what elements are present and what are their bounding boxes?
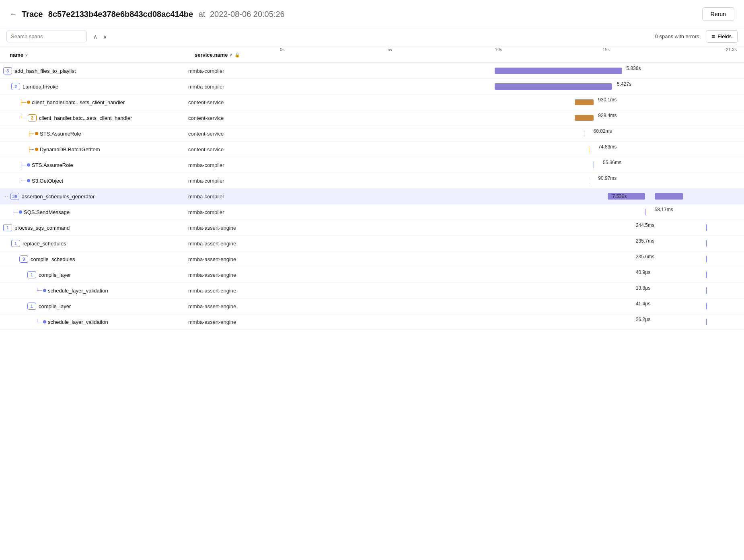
at-label: at [199,10,206,19]
expand-badge[interactable]: 9 [19,255,28,263]
span-timeline-cell: 40.9μs [273,267,744,282]
table-row[interactable]: 2Lambda.Invokemmba-compiler5.427s [0,79,744,95]
duration-bar [495,83,612,90]
duration-bar [495,68,622,74]
span-name-label: client_handler.batc...sets_client_handle… [39,115,132,121]
duration-label: 40.9μs [636,270,650,275]
search-input[interactable] [6,31,87,42]
tree-corner-orange: └─ [19,115,26,121]
table-header: name ∨ service.name ∨ 🔒 0s 5s 10s 15s 21… [0,47,744,63]
tick-line [589,177,589,184]
span-service-cell: mmba-compiler [185,175,273,186]
span-service-cell: content-service [185,97,273,108]
table-row[interactable]: 3add_hash_files_to_playlistmmba-compiler… [0,63,744,79]
nav-down-button[interactable]: ∨ [101,33,109,41]
span-timeline-cell: 90.97ms [273,173,744,188]
table-row[interactable]: 1process_sqs_commandmmba-assert-engine24… [0,220,744,236]
dots-menu[interactable]: ··· [3,193,8,200]
span-name-label: compile_layer [39,272,71,278]
table-row[interactable]: ├─client_handler.batc...sets_client_hand… [0,95,744,110]
table-row[interactable]: └─schedule_layer_validationmmba-assert-e… [0,283,744,299]
tree-line-blue: ├─ [19,162,30,168]
expand-badge[interactable]: 1 [27,303,36,310]
timeline-inner: 235.7ms [273,238,744,249]
span-name-cell: 1compile_layer [0,269,185,281]
table-row[interactable]: 1compile_layermmba-assert-engine41.4μs [0,299,744,314]
tick-line [706,272,707,278]
span-name-cell: ├─client_handler.batc...sets_client_hand… [0,97,185,108]
table-row[interactable]: 9compile_schedulesmmba-assert-engine235.… [0,251,744,267]
span-name-label: Lambda.Invoke [23,84,58,90]
table-row[interactable]: ├─SQS.SendMessagemmba-compiler58.17ms [0,204,744,220]
span-timeline-cell: 60.02ms [273,126,744,141]
expand-badge[interactable]: 1 [11,240,20,247]
tick-21s: 21.3s [726,47,737,52]
span-service-cell: mmba-assert-engine [185,270,273,280]
tree-corner-blue: └─ [35,288,46,293]
span-name-cell: └─S3.GetObject [0,175,185,186]
span-timeline-cell: 74.83ms [273,142,744,157]
expand-badge[interactable]: 2 [28,114,37,121]
rerun-button[interactable]: Rerun [702,7,734,21]
span-service-cell: mmba-assert-engine [185,317,273,327]
span-name-label: compile_schedules [31,256,75,262]
service-sort-icon: ∨ [229,53,232,57]
nav-up-button[interactable]: ∧ [92,33,99,41]
span-timeline-cell: 26.2μs [273,314,744,329]
tick-line [706,303,707,309]
table-row[interactable]: └─schedule_layer_validationmmba-assert-e… [0,314,744,330]
nav-arrows: ∧ ∨ [92,33,109,41]
span-service-cell: mmba-assert-engine [185,301,273,312]
expand-badge[interactable]: 2 [11,83,20,90]
tick-line [706,240,707,247]
span-service-cell: mmba-compiler [185,191,273,202]
fields-button[interactable]: ≡ Fields [706,30,738,43]
timeline-inner: 5.836s [273,66,744,76]
table-row[interactable]: 1compile_layermmba-assert-engine40.9μs [0,267,744,283]
trace-timestamp: 2022-08-06 20:05:26 [210,10,285,19]
span-name-cell: ···39assertion_schedules_generator [0,190,185,202]
timeline-inner: 929.4ms [273,113,744,123]
duration-label: 235.6ms [636,254,654,259]
tree-line-orange: ├─ [27,131,38,136]
col-header-service[interactable]: service.name ∨ 🔒 [191,47,280,62]
trace-id: 8c57e2133b4e378e6b843cd08ac414be [48,10,193,19]
span-name-label: schedule_layer_validation [48,319,108,325]
tick-10s: 10s [495,47,502,52]
expand-badge[interactable]: 1 [27,271,36,278]
timeline-inner: 13.8μs [273,285,744,296]
span-name-label: process_sqs_command [14,225,70,231]
tick-line [594,162,594,168]
col-header-name[interactable]: name ∨ [6,47,191,62]
duration-label: 7.530s [612,194,627,199]
duration-bar [575,115,594,121]
tick-line [706,319,707,325]
span-name-label: add_hash_files_to_playlist [14,68,76,74]
span-name-cell: ├─DynamoDB.BatchGetItem [0,144,185,155]
table-row[interactable]: ├─DynamoDB.BatchGetItemcontent-service74… [0,142,744,157]
span-name-cell: 3add_hash_files_to_playlist [0,65,185,77]
table-row[interactable]: └─S3.GetObjectmmba-compiler90.97ms [0,173,744,189]
expand-badge[interactable]: 3 [3,67,12,74]
span-name-label: STS.AssumeRole [32,162,73,168]
timeline-inner: 244.5ms [273,222,744,233]
span-name-label: STS.AssumeRole [40,131,81,137]
expand-badge[interactable]: 1 [3,224,12,231]
table-row[interactable]: ├─STS.AssumeRolemmba-compiler55.36ms [0,157,744,173]
span-name-cell: └─schedule_layer_validation [0,285,185,296]
table-row[interactable]: └─2client_handler.batc...sets_client_han… [0,110,744,126]
table-row[interactable]: ├─STS.AssumeRolecontent-service60.02ms [0,126,744,142]
tick-line [584,130,584,137]
span-name-label: replace_schedules [23,241,66,247]
table-row[interactable]: ···39assertion_schedules_generatormmba-c… [0,189,744,204]
tick-15s: 15s [602,47,610,52]
span-service-cell: content-service [185,144,273,155]
span-service-cell: mmba-compiler [185,81,273,92]
tick-line [706,224,707,231]
span-timeline-cell: 7.530s [273,189,744,204]
back-button[interactable]: ← [10,10,17,19]
span-timeline-cell: 41.4μs [273,299,744,314]
expand-badge[interactable]: 39 [10,193,19,200]
table-row[interactable]: 1replace_schedulesmmba-assert-engine235.… [0,236,744,251]
duration-label: 235.7ms [636,238,654,244]
